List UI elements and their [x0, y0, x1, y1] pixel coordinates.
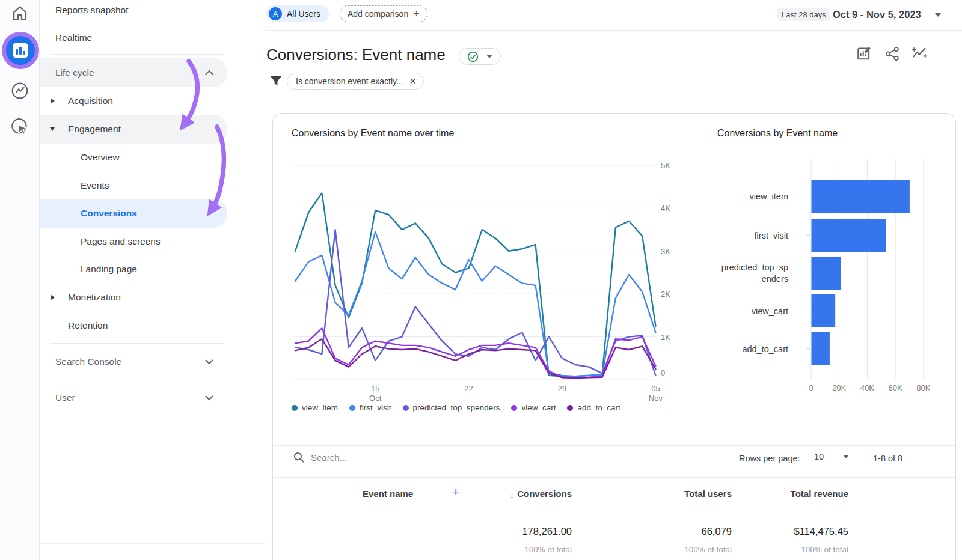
svg-text:3K: 3K: [661, 247, 670, 256]
total-conversions-percent: 100% of total: [524, 545, 572, 554]
reports-icon[interactable]: [6, 36, 35, 65]
legend-item-view_cart[interactable]: view_cart: [511, 403, 556, 412]
nav-section-search-console[interactable]: Search Console: [40, 352, 227, 371]
svg-text:40K: 40K: [860, 383, 874, 392]
ga4-reports-page: Reports snapshot Realtime Life cycle Acq…: [0, 0, 962, 560]
svg-text:2K: 2K: [661, 290, 670, 299]
add-column-button[interactable]: +: [452, 485, 459, 499]
table-top-divider: [273, 445, 955, 446]
legend-item-view_item[interactable]: view_item: [292, 403, 338, 412]
nav-item-label: Landing page: [81, 264, 137, 275]
bar-category-label: add_to_cart: [721, 343, 788, 355]
column-header-total-revenue[interactable]: Total revenue: [791, 488, 848, 501]
total-conversions-value: 178,261.00: [522, 526, 572, 537]
nav-item-overview[interactable]: Overview: [40, 148, 227, 167]
legend-item-predicted_top_spenders[interactable]: predicted_top_spenders: [403, 403, 500, 412]
insights-icon[interactable]: [911, 46, 928, 61]
nav-item-reports-snapshot[interactable]: Reports snapshot: [40, 1, 227, 20]
plus-icon: +: [413, 8, 420, 19]
column-header-total-users[interactable]: Total users: [684, 488, 732, 501]
nav-section-label: User: [55, 392, 75, 403]
column-header-label: Conversions: [517, 488, 572, 501]
svg-text:05: 05: [651, 384, 660, 393]
nav-item-label: Monetization: [68, 292, 121, 303]
chevron-up-icon: [204, 70, 214, 76]
nav-item-engagement[interactable]: Engagement: [40, 115, 227, 144]
toolbar-divider: [265, 30, 962, 31]
rows-per-page-value: 10: [814, 452, 824, 461]
line-series-view_cart: [295, 328, 655, 377]
nav-item-acquisition[interactable]: Acquisition: [40, 91, 227, 111]
nav-item-landing-page[interactable]: Landing page: [40, 260, 227, 279]
bar-category-label: view_item: [721, 190, 788, 202]
line-chart-legend: view_itemfirst_visitpredicted_top_spende…: [292, 403, 620, 412]
date-range-picker[interactable]: Oct 9 - Nov 5, 2023: [833, 9, 921, 20]
nav-item-label: Overview: [81, 152, 120, 163]
date-preset-badge: Last 28 days: [777, 8, 830, 21]
svg-text:Oct: Oct: [369, 394, 382, 403]
add-comparison-button[interactable]: Add comparison +: [340, 5, 427, 22]
nav-section-life-cycle[interactable]: Life cycle: [40, 58, 227, 87]
column-header-label: Total users: [684, 488, 732, 501]
line-series-add_to_cart: [295, 339, 655, 378]
nav-item-label: Conversions: [81, 208, 137, 219]
search-icon: [293, 452, 305, 463]
legend-label: first_visit: [360, 403, 391, 412]
nav-section-label: Search Console: [55, 356, 121, 367]
rows-per-page-label: Rows per page:: [739, 454, 800, 463]
nav-item-pages-and-screens[interactable]: Pages and screens: [40, 232, 227, 251]
legend-dot: [292, 405, 298, 411]
column-header-event-name[interactable]: Event name: [363, 488, 413, 499]
table-search: [293, 452, 467, 463]
segment-label: All Users: [287, 9, 320, 19]
close-icon[interactable]: ✕: [409, 76, 417, 86]
bar-category-label: first_visit: [721, 230, 788, 241]
nav-item-conversions-selected[interactable]: Conversions: [40, 199, 227, 228]
bar-chart-title: Conversions by Event name: [717, 128, 838, 139]
legend-item-first_visit[interactable]: first_visit: [349, 403, 391, 412]
svg-text:15: 15: [371, 384, 379, 393]
svg-text:80K: 80K: [916, 383, 930, 392]
legend-label: view_cart: [521, 403, 556, 412]
bar-predicted_top_spenders: [812, 257, 841, 290]
chevron-down-icon: [204, 395, 214, 401]
svg-text:20K: 20K: [832, 383, 846, 392]
expand-arrow-icon: [51, 295, 55, 300]
line-chart-title: Conversions by Event name over time: [292, 128, 454, 139]
conversion-status-dropdown[interactable]: [459, 48, 501, 65]
nav-item-label: Acquisition: [68, 96, 113, 106]
filter-chip[interactable]: Is conversion event exactly... ✕: [287, 73, 424, 90]
nav-item-retention[interactable]: Retention: [40, 316, 227, 335]
nav-item-events[interactable]: Events: [40, 176, 227, 195]
legend-dot: [567, 405, 573, 411]
total-users-percent: 100% of total: [684, 545, 732, 554]
nav-item-label: Engagement: [68, 124, 121, 135]
home-icon[interactable]: [0, 5, 40, 22]
column-header-conversions[interactable]: ↓ Conversions: [510, 488, 572, 501]
rows-per-page-select[interactable]: 10: [813, 450, 850, 463]
filter-chip-label: Is conversion event exactly...: [296, 76, 403, 86]
svg-text:0: 0: [661, 368, 665, 377]
pagination-range: 1-8 of 8: [873, 454, 902, 463]
customize-report-icon[interactable]: [856, 45, 872, 61]
nav-item-realtime[interactable]: Realtime: [40, 28, 227, 47]
bar-first_visit: [812, 219, 886, 252]
reports-nav-highlight: [2, 32, 39, 69]
nav-section-label: Life cycle: [55, 67, 94, 78]
search-input[interactable]: [311, 452, 467, 463]
nav-item-monetization[interactable]: Monetization: [40, 288, 227, 307]
bar-view_item: [812, 180, 910, 213]
nav-divider: [50, 343, 224, 344]
legend-item-add_to_cart[interactable]: add_to_cart: [567, 403, 620, 412]
svg-text:4K: 4K: [661, 204, 670, 213]
nav-section-user[interactable]: User: [40, 388, 227, 407]
total-revenue-value: $114,475.45: [794, 526, 848, 537]
all-users-segment-chip[interactable]: A All Users: [266, 5, 329, 22]
share-icon[interactable]: [885, 46, 900, 61]
nav-item-label: Realtime: [55, 32, 92, 43]
svg-text:Nov: Nov: [649, 394, 663, 403]
explore-icon[interactable]: [0, 82, 40, 100]
advertising-icon[interactable]: [0, 118, 40, 138]
caret-down-icon[interactable]: [935, 13, 941, 17]
svg-text:22: 22: [464, 384, 473, 393]
